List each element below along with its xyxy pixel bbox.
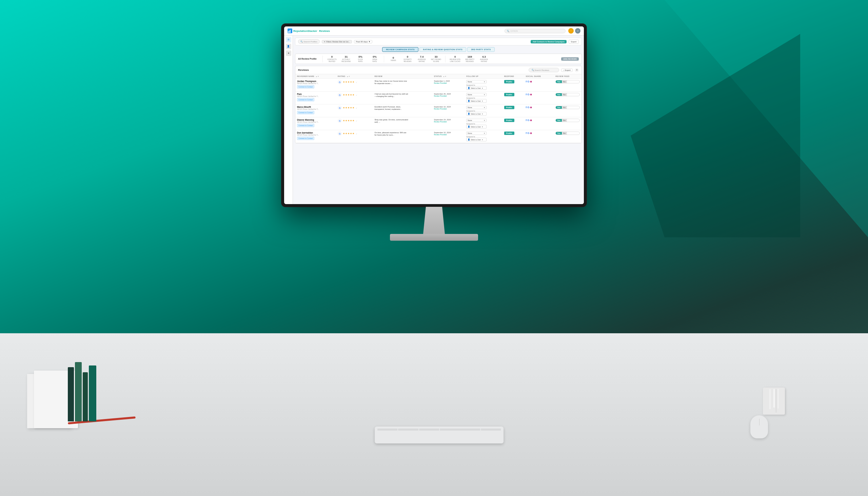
no-button[interactable]: No xyxy=(562,119,567,122)
user-icon: 👤 xyxy=(468,138,470,141)
follow-up-select[interactable]: None ▼ xyxy=(466,131,486,135)
instagram-icon[interactable]: ◆ xyxy=(530,93,532,96)
facebook-icon[interactable]: f xyxy=(526,106,527,109)
hide-reviews-button[interactable]: HIDE REVIEWS xyxy=(561,57,579,61)
facebook-icon[interactable]: f xyxy=(526,93,527,96)
review-feed-toggle[interactable]: Yes No xyxy=(555,80,580,83)
verified-icon: ✓ xyxy=(356,120,357,122)
search-profiles-input[interactable]: 🔍 Search Profiles xyxy=(298,39,320,44)
stat-label: AVERAGERATING xyxy=(417,58,427,62)
follow-up-value: None xyxy=(468,94,472,96)
logo-brand: ReputationStacker xyxy=(293,30,317,33)
chevron-down-icon: ▼ xyxy=(481,126,483,128)
select-user-dropdown[interactable]: 👤 Select a User ▼ xyxy=(466,86,486,90)
stat-label: 1/6 PARTYREVIEWS xyxy=(402,58,413,62)
filter-chip[interactable]: ▼ Filters: Review Site not 1st... xyxy=(322,40,352,43)
col-review-feed: REVIEW FEED xyxy=(554,74,582,79)
review-feed-toggle[interactable]: Yes No xyxy=(555,106,580,109)
reviews-export-button[interactable]: ↓ Export xyxy=(561,68,573,72)
yes-button[interactable]: Yes xyxy=(556,106,561,109)
public-respond-button[interactable]: Public xyxy=(504,80,514,83)
sidebar-item-contacts[interactable]: 👤 xyxy=(286,44,291,49)
google-icon[interactable]: G xyxy=(527,106,529,109)
tab-rating-review-stats[interactable]: RATING & REVIEW QUESTION STATS xyxy=(419,47,466,52)
review-feed-toggle[interactable]: Yes No xyxy=(555,119,580,122)
connect-to-contact-button[interactable]: Connect to Contact xyxy=(297,111,314,114)
nav-search-bar[interactable]: 🔍 contacts xyxy=(505,29,565,33)
pencil-cup-decoration xyxy=(763,388,785,415)
col-review: REVIEW xyxy=(373,74,432,79)
follow-up-select[interactable]: None ▼ xyxy=(466,119,486,122)
stat-value: 0 xyxy=(402,55,413,58)
yes-button[interactable]: Yes xyxy=(556,80,561,83)
table-row: Dianne Manning 08/424 Phone Verified for… xyxy=(295,117,582,130)
instagram-icon[interactable]: ◆ xyxy=(530,131,532,135)
connect-to-contact-button[interactable]: Connect to Contact xyxy=(297,98,314,102)
yes-button[interactable]: Yes xyxy=(556,93,561,96)
reviewer-sub: 08/424 Phone Verified for T... xyxy=(297,108,334,110)
stats-tabs: REVIEW CAMPAIGN STATS RATING & REVIEW QU… xyxy=(295,47,582,52)
yes-button[interactable]: Yes xyxy=(556,132,561,135)
stat-open-rate: 0% OPENRATE xyxy=(370,55,380,62)
follow-up-select[interactable]: None ▼ xyxy=(466,80,486,83)
select-user-dropdown[interactable]: 👤 Select a User ▼ xyxy=(466,125,486,128)
reviews-panel-close[interactable]: ✕ xyxy=(575,68,579,72)
date-range-chip[interactable]: Past 90 days ▼ xyxy=(354,40,373,43)
facebook-icon[interactable]: f xyxy=(526,131,527,135)
reviewer-sub: 08/424 Phone Verified for T... xyxy=(297,82,334,84)
google-icon: G xyxy=(338,80,342,84)
connect-to-contact-button[interactable]: Connect to Contact xyxy=(297,124,314,127)
stat-average-rating-1: 7.4 AVERAGERATING xyxy=(417,55,427,62)
notification-icon[interactable]: ! xyxy=(568,28,574,34)
no-button[interactable]: No xyxy=(562,93,567,96)
select-user-dropdown[interactable]: 👤 Select a User ▼ xyxy=(466,112,486,115)
public-respond-button[interactable]: Public xyxy=(504,106,514,109)
reviews-search-input[interactable]: 🔍 Search Reviews xyxy=(529,68,559,72)
add-contacts-button[interactable]: Add Contacts to Review Campaigns xyxy=(531,40,567,43)
select-user-label: Select a User xyxy=(470,113,481,115)
verified-icon: ✓ xyxy=(356,94,357,96)
connect-to-contact-button[interactable]: Connect to Contact xyxy=(297,85,314,89)
facebook-icon[interactable]: f xyxy=(526,119,527,122)
google-icon[interactable]: G xyxy=(527,93,529,96)
follow-up-select[interactable]: None ▼ xyxy=(466,93,486,96)
yes-button[interactable]: Yes xyxy=(556,119,561,122)
stat-average-rating-2: 4.3 AVERAGERATING xyxy=(479,55,489,62)
review-text: I had an easy job but beyond my skill se… xyxy=(374,93,408,98)
user-avatar[interactable]: U xyxy=(575,28,580,34)
no-button[interactable]: No xyxy=(562,80,567,83)
google-icon[interactable]: G xyxy=(527,119,529,122)
public-respond-button[interactable]: Public xyxy=(504,93,514,96)
google-icon[interactable]: G xyxy=(527,80,529,83)
sort-icon: ▲▼ xyxy=(346,75,350,77)
review-feed-toggle[interactable]: Yes No xyxy=(555,131,580,135)
status-label: Review Provided xyxy=(434,82,463,84)
no-button[interactable]: No xyxy=(562,132,567,135)
stat-label: CONTACTSINVITED xyxy=(327,58,337,62)
instagram-icon[interactable]: ◆ xyxy=(530,106,532,109)
facebook-icon[interactable]: f xyxy=(526,80,527,83)
app: ReputationStacker Reviews 🔍 contacts ! U xyxy=(284,27,584,204)
col-follow-up: FOLLOW UP xyxy=(465,74,502,79)
sidebar-item-reviews[interactable]: ★ xyxy=(286,50,291,56)
stat-value: 31 xyxy=(341,55,351,58)
instagram-icon[interactable]: ◆ xyxy=(530,119,532,122)
connect-to-contact-button[interactable]: Connect to Contact xyxy=(297,137,314,140)
follow-up-value: None xyxy=(468,81,472,83)
review-feed-toggle[interactable]: Yes No xyxy=(555,93,580,96)
export-button[interactable]: Export xyxy=(569,40,579,44)
instagram-icon[interactable]: ◆ xyxy=(530,80,532,83)
follow-up-select[interactable]: None ▼ xyxy=(466,106,486,109)
google-icon[interactable]: G xyxy=(527,131,529,135)
logo-product[interactable]: Reviews xyxy=(319,30,330,33)
no-button[interactable]: No xyxy=(562,106,567,109)
select-user-dropdown[interactable]: 👤 Select a User ▼ xyxy=(466,138,486,141)
monitor-neck xyxy=(420,207,448,234)
sidebar-item-home[interactable]: ⊞ xyxy=(286,37,291,42)
select-user-dropdown[interactable]: 👤 Select a User ▼ xyxy=(466,99,486,103)
tab-3rd-party-stats[interactable]: 3RD PARTY STATS xyxy=(467,47,494,52)
public-respond-button[interactable]: Public xyxy=(504,131,514,135)
tab-review-campaign-stats[interactable]: REVIEW CAMPAIGN STATS xyxy=(382,47,418,52)
public-respond-button[interactable]: Public xyxy=(504,119,514,122)
logo-bar-1 xyxy=(288,31,289,33)
